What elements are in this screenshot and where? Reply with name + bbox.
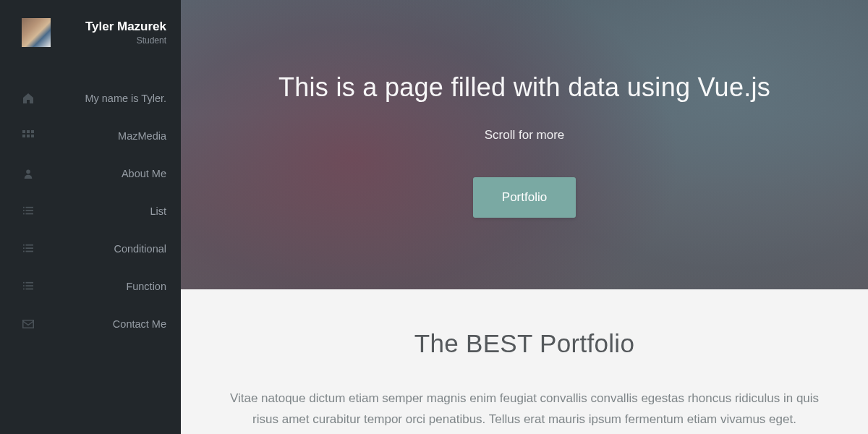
svg-rect-7 (23, 207, 25, 208)
svg-rect-13 (23, 244, 25, 246)
nav-label: Function (126, 281, 166, 292)
list-icon (22, 280, 35, 293)
svg-rect-5 (31, 135, 34, 137)
svg-rect-1 (27, 130, 30, 133)
nav-item-contact[interactable]: Contact Me (0, 305, 181, 343)
svg-rect-19 (23, 282, 25, 284)
svg-rect-4 (27, 135, 30, 137)
hero-title: This is a page filled with data using Vu… (278, 72, 770, 103)
nav-item-mazmedia[interactable]: MazMedia (0, 117, 181, 155)
svg-rect-14 (26, 244, 34, 246)
grid-icon (22, 129, 35, 142)
avatar (22, 18, 51, 47)
profile-name: Tyler Mazurek (85, 20, 166, 34)
nav-item-about[interactable]: About Me (0, 155, 181, 192)
svg-rect-15 (23, 247, 25, 249)
svg-rect-24 (26, 289, 34, 290)
svg-rect-18 (26, 251, 34, 252)
profile-text: Tyler Mazurek Student (85, 20, 166, 46)
sidebar: Tyler Mazurek Student My name is Tyler. … (0, 0, 181, 434)
hero: This is a page filled with data using Vu… (181, 0, 868, 289)
svg-rect-2 (31, 130, 34, 133)
svg-rect-11 (23, 213, 25, 215)
nav-item-conditional[interactable]: Conditional (0, 230, 181, 268)
nav-label: MazMedia (118, 130, 166, 142)
svg-point-6 (26, 170, 30, 174)
nav-label: Conditional (114, 243, 166, 255)
list-icon (22, 242, 35, 255)
hero-subtitle: Scroll for more (485, 128, 565, 142)
nav-label: About Me (122, 168, 166, 179)
svg-rect-8 (26, 207, 34, 208)
content-title: The BEST Portfolio (224, 329, 825, 358)
list-icon (22, 205, 35, 218)
content-body: Vitae natoque dictum etiam semper magnis… (224, 388, 825, 430)
nav-label: List (150, 205, 166, 217)
content-section: The BEST Portfolio Vitae natoque dictum … (181, 289, 868, 434)
nav-label: My name is Tyler. (85, 93, 166, 104)
profile-role: Student (85, 35, 166, 46)
svg-rect-22 (26, 285, 34, 286)
svg-rect-3 (22, 135, 25, 137)
home-icon (22, 92, 35, 105)
nav-item-home[interactable]: My name is Tyler. (0, 80, 181, 117)
svg-rect-21 (23, 285, 25, 286)
envelope-icon (22, 318, 35, 331)
svg-rect-20 (26, 282, 34, 284)
svg-rect-12 (26, 213, 34, 215)
svg-rect-9 (23, 210, 25, 211)
nav: My name is Tyler. MazMedia About Me List… (0, 80, 181, 343)
svg-rect-16 (26, 247, 34, 249)
user-icon (22, 167, 35, 180)
nav-item-function[interactable]: Function (0, 268, 181, 305)
nav-label: Contact Me (113, 318, 166, 330)
nav-item-list[interactable]: List (0, 192, 181, 230)
svg-rect-23 (23, 289, 25, 290)
portfolio-button[interactable]: Portfolio (473, 177, 576, 218)
svg-rect-0 (22, 130, 25, 133)
main: This is a page filled with data using Vu… (181, 0, 868, 434)
svg-rect-17 (23, 251, 25, 252)
profile: Tyler Mazurek Student (0, 0, 181, 58)
svg-rect-10 (26, 210, 34, 211)
